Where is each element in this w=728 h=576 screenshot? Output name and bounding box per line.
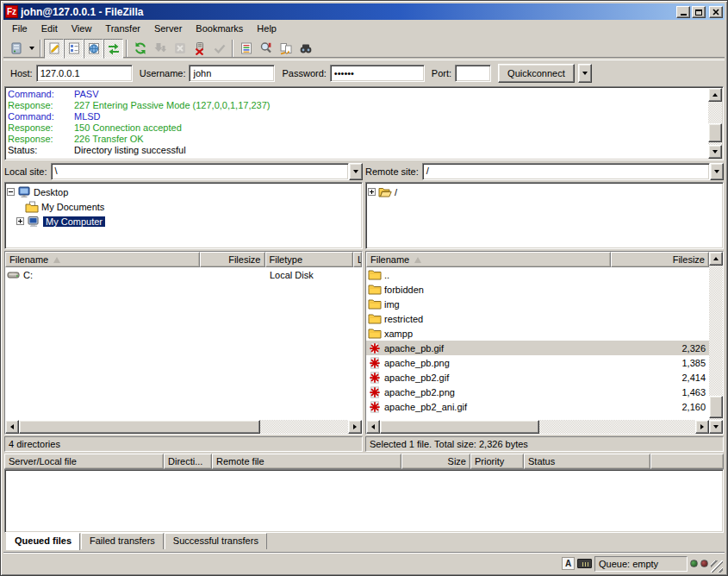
menu-help[interactable]: Help: [250, 22, 283, 35]
tree-item-root[interactable]: /: [368, 185, 721, 199]
remote-file-row[interactable]: ..: [366, 267, 709, 282]
cancel-button[interactable]: [170, 39, 190, 59]
column-filetype[interactable]: Filetype: [265, 252, 354, 267]
remote-file-row[interactable]: xampp: [366, 326, 709, 341]
scroll-left-button[interactable]: [366, 420, 380, 434]
tree-item-my-computer[interactable]: My Computer: [7, 214, 360, 229]
tree-item-my-documents[interactable]: My Documents: [7, 199, 360, 214]
remote-file-row[interactable]: apache_pb.png 1,385: [366, 355, 709, 370]
scroll-track[interactable]: [708, 102, 722, 145]
column-last-modified[interactable]: L: [353, 252, 362, 267]
toggle-remote-tree-button[interactable]: [84, 39, 103, 59]
scroll-thumb[interactable]: [709, 396, 723, 418]
remote-site-label: Remote site:: [365, 166, 419, 177]
scroll-up-button[interactable]: [708, 88, 722, 102]
process-queue-button[interactable]: [150, 39, 170, 59]
reconnect-button[interactable]: [209, 39, 229, 59]
scroll-down-button[interactable]: [709, 420, 723, 434]
scroll-track[interactable]: [19, 420, 348, 434]
menu-edit[interactable]: Edit: [34, 22, 65, 35]
site-manager-button[interactable]: [6, 39, 26, 59]
local-site-combo[interactable]: \: [51, 163, 363, 180]
remote-file-row[interactable]: apache_pb2_ani.gif 2,160: [366, 399, 709, 414]
host-input[interactable]: [36, 65, 133, 82]
speed-limit-icon[interactable]: [577, 559, 592, 568]
resize-grip[interactable]: [711, 560, 723, 573]
minimize-button[interactable]: [676, 6, 690, 18]
local-horizontal-scrollbar[interactable]: [5, 420, 362, 434]
synchronized-browsing-button[interactable]: [276, 39, 296, 59]
username-input[interactable]: [189, 65, 275, 82]
scroll-thumb[interactable]: [708, 123, 722, 142]
remote-site-dropdown[interactable]: [710, 163, 724, 180]
scroll-up-button[interactable]: [709, 252, 723, 266]
remote-vertical-scrollbar[interactable]: [709, 252, 723, 434]
log-line: Status:Directory listing successful: [8, 145, 720, 156]
file-name-cell: apache_pb2.png: [366, 386, 611, 398]
column-server-local-file[interactable]: Server/Local file: [4, 454, 164, 469]
port-input[interactable]: [455, 65, 491, 82]
toggle-local-tree-button[interactable]: [64, 39, 84, 59]
quickconnect-button[interactable]: Quickconnect: [498, 64, 575, 83]
remote-site-value[interactable]: /: [422, 163, 710, 180]
expand-icon[interactable]: [16, 217, 24, 225]
menu-server[interactable]: Server: [147, 22, 189, 35]
menu-file[interactable]: File: [5, 22, 34, 35]
password-input[interactable]: [330, 65, 425, 82]
remote-horizontal-scrollbar[interactable]: [366, 420, 709, 434]
tab-queued-files[interactable]: Queued files: [6, 533, 80, 550]
menu-transfer[interactable]: Transfer: [98, 22, 147, 35]
column-size[interactable]: Size: [401, 454, 470, 469]
filezilla-logo-icon[interactable]: Fz: [5, 5, 18, 18]
scroll-thumb[interactable]: [19, 420, 260, 434]
remote-site-combo[interactable]: /: [422, 163, 724, 180]
toggle-message-log-button[interactable]: [44, 39, 64, 59]
menu-bookmarks[interactable]: Bookmarks: [189, 22, 250, 35]
remote-file-row[interactable]: img: [366, 297, 709, 311]
transfer-type-icon[interactable]: A: [562, 557, 575, 570]
remote-file-row[interactable]: forbidden: [366, 282, 709, 297]
column-filename[interactable]: Filename: [366, 252, 611, 267]
remote-file-row[interactable]: restricted: [366, 311, 709, 326]
file-name-cell: forbidden: [366, 284, 611, 296]
column-priority[interactable]: Priority: [470, 454, 524, 469]
local-site-dropdown[interactable]: [349, 163, 363, 180]
filter-button[interactable]: [236, 39, 256, 59]
toggle-transfer-queue-button[interactable]: [103, 39, 123, 59]
tab-successful-transfers[interactable]: Successful transfers: [165, 533, 267, 549]
remote-file-row-selected[interactable]: apache_pb.gif 2,326: [366, 341, 709, 355]
disconnect-button[interactable]: [190, 39, 209, 59]
site-manager-dropdown[interactable]: [26, 39, 37, 59]
column-status[interactable]: Status: [524, 454, 650, 469]
menu-view[interactable]: View: [65, 22, 99, 35]
refresh-button[interactable]: [130, 39, 150, 59]
directory-comparison-button[interactable]: [256, 39, 276, 59]
scroll-left-button[interactable]: [5, 420, 19, 434]
file-name: ..: [384, 270, 389, 280]
column-direction[interactable]: Directi...: [164, 454, 212, 469]
scroll-track[interactable]: [709, 266, 723, 420]
log-vertical-scrollbar[interactable]: [708, 88, 722, 159]
remote-file-row[interactable]: apache_pb2.gif 2,414: [366, 370, 709, 385]
collapse-icon[interactable]: [7, 188, 15, 196]
find-files-button[interactable]: [296, 39, 315, 59]
scroll-track[interactable]: [380, 420, 695, 434]
expand-icon[interactable]: [368, 188, 376, 196]
tree-item-desktop[interactable]: Desktop: [7, 185, 360, 199]
local-site-value[interactable]: \: [51, 163, 349, 180]
scroll-right-button[interactable]: [695, 420, 709, 434]
local-file-row[interactable]: C: Local Disk: [5, 267, 362, 282]
remote-file-row[interactable]: apache_pb2.png 1,463: [366, 385, 709, 399]
scroll-right-button[interactable]: [348, 420, 362, 434]
tab-failed-transfers[interactable]: Failed transfers: [81, 533, 164, 549]
scroll-thumb[interactable]: [380, 420, 539, 434]
column-filesize[interactable]: Filesize: [200, 252, 265, 267]
local-list-body: C: Local Disk: [5, 267, 362, 420]
column-filename[interactable]: Filename: [5, 252, 200, 267]
column-remote-file[interactable]: Remote file: [212, 454, 401, 469]
quickconnect-dropdown[interactable]: [578, 64, 592, 83]
scroll-down-button[interactable]: [708, 145, 722, 159]
maximize-button[interactable]: [692, 6, 706, 18]
column-filesize[interactable]: Filesize: [611, 252, 709, 267]
close-button[interactable]: [709, 6, 723, 18]
